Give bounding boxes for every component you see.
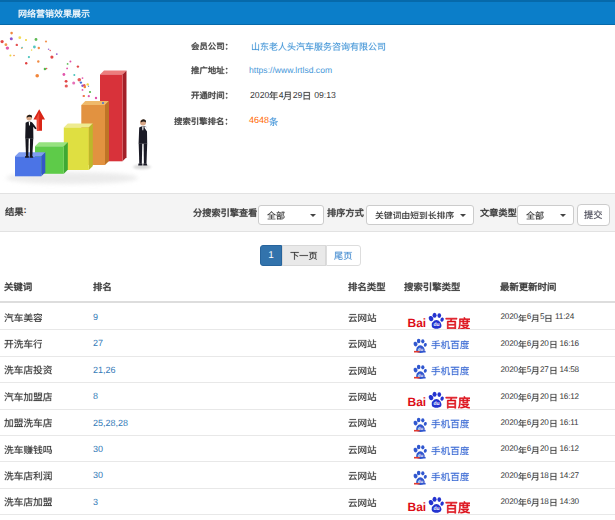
svg-text:du: du [433,506,439,512]
svg-text:Bai: Bai [408,316,427,330]
svg-text:Bai: Bai [408,395,427,409]
svg-text:Bai: Bai [408,501,427,515]
svg-text:du: du [433,321,439,327]
svg-text:du: du [433,401,439,407]
